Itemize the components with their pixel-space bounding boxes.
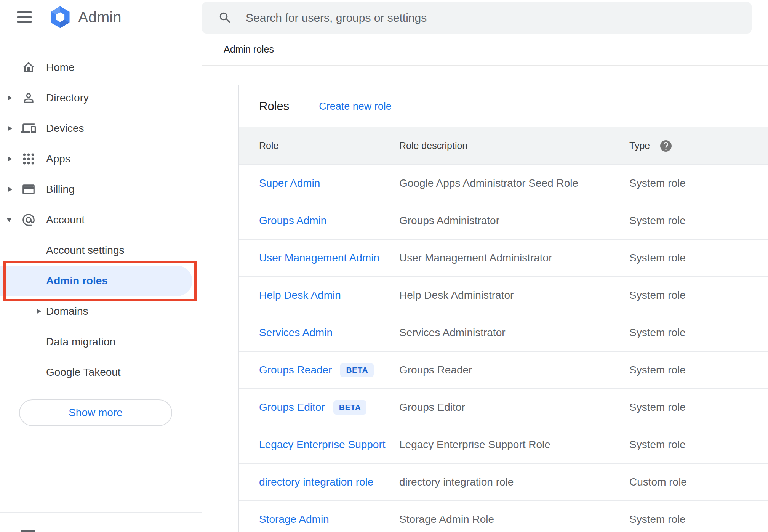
beta-badge: BETA [333,400,367,415]
role-description: Help Desk Administrator [399,289,629,301]
card-icon [21,182,36,197]
role-type: System role [629,513,768,526]
role-link[interactable]: Groups Editor [259,401,325,413]
role-cell: Help Desk Admin [259,289,399,301]
role-cell: directory integration role [259,476,399,488]
beta-badge: BETA [340,363,374,377]
role-type: System role [629,439,768,451]
sidebar-item-domains[interactable]: Domains [0,296,202,327]
apps-icon [21,152,36,166]
sidebar-item-admin-roles[interactable]: Admin roles [0,266,202,296]
role-link[interactable]: Help Desk Admin [259,289,341,301]
create-new-role-link[interactable]: Create new role [319,101,392,112]
role-link[interactable]: Super Admin [259,177,320,189]
roles-card: Roles Create new role Role Role descript… [238,85,768,532]
column-header-type: Type [629,140,650,151]
main-content: Search for users, groups or settings Adm… [202,0,768,532]
breadcrumb-bar: Admin roles [202,34,768,66]
expand-arrow-icon [8,187,12,192]
sidebar-nav: Home Directory Devices Apps [0,52,202,388]
role-description: Groups Editor [399,401,629,413]
role-link[interactable]: Legacy Enterprise Support [259,439,386,451]
role-cell: Groups Admin [259,215,399,227]
page-title: Roles [259,99,289,113]
role-description: Services Administrator [399,327,629,339]
sidebar-item-home[interactable]: Home [0,52,202,83]
expand-arrow-icon [8,156,12,162]
table-row: Groups AdminGroups AdministratorSystem r… [239,202,768,239]
sidebar-item-billing[interactable]: Billing [0,174,202,205]
sidebar: Admin Home Directory Devices [0,0,202,532]
table-row: User Management AdminUser Management Adm… [239,239,768,276]
role-cell: Legacy Enterprise Support [259,439,399,451]
table-row: Groups ReaderBETAGroups ReaderSystem rol… [239,351,768,388]
help-icon[interactable] [659,139,673,153]
role-type: Custom role [629,476,768,488]
role-type: System role [629,252,768,264]
sidebar-item-directory[interactable]: Directory [0,83,202,113]
role-link[interactable]: Storage Admin [259,513,329,526]
app-name: Admin [78,9,121,26]
home-icon [21,60,36,75]
sidebar-item-apps[interactable]: Apps [0,144,202,174]
roles-card-header: Roles Create new role [239,85,768,127]
sidebar-item-account-settings[interactable]: Account settings [0,235,202,266]
expand-arrow-icon [8,126,12,131]
at-icon [21,213,36,227]
table-row: Super AdminGoogle Apps Administrator See… [239,164,768,202]
collapse-arrow-icon [6,218,12,222]
sidebar-header: Admin [0,0,202,34]
hamburger-menu-icon[interactable] [17,11,32,23]
role-type: System role [629,327,768,339]
role-link[interactable]: Groups Reader [259,364,332,376]
admin-hexagon-icon [48,5,72,29]
role-description: Groups Reader [399,364,629,376]
table-body: Super AdminGoogle Apps Administrator See… [239,164,768,532]
role-type: System role [629,289,768,301]
search-placeholder: Search for users, groups or settings [246,11,427,24]
table-header-row: Role Role description Type [239,127,768,164]
role-link[interactable]: Groups Admin [259,215,326,227]
expand-arrow-icon [8,95,12,101]
role-description: Google Apps Administrator Seed Role [399,177,629,189]
person-icon [21,91,36,105]
role-type: System role [629,177,768,189]
column-header-role: Role [259,140,399,151]
role-cell: User Management Admin [259,252,399,264]
cutoff-bottom-icon [21,530,35,532]
role-link[interactable]: User Management Admin [259,252,379,264]
role-cell: Groups ReaderBETA [259,363,399,377]
breadcrumb: Admin roles [224,44,274,55]
role-cell: Services Admin [259,327,399,339]
sidebar-item-account[interactable]: Account [0,205,202,235]
role-cell: Groups EditorBETA [259,400,399,415]
column-header-description: Role description [399,140,629,151]
role-description: Storage Admin Role [399,513,629,526]
role-cell: Storage Admin [259,513,399,526]
sidebar-item-data-migration[interactable]: Data migration [0,327,202,357]
role-description: directory integration role [399,476,629,488]
role-link[interactable]: Services Admin [259,327,333,339]
role-description: Groups Administrator [399,215,629,227]
role-cell: Super Admin [259,177,399,189]
admin-logo[interactable]: Admin [48,5,121,29]
search-input[interactable]: Search for users, groups or settings [202,2,752,34]
role-description: User Management Administrator [399,252,629,264]
role-type: System role [629,215,768,227]
sidebar-item-google-takeout[interactable]: Google Takeout [0,357,202,388]
sidebar-item-devices[interactable]: Devices [0,113,202,144]
table-row: Groups EditorBETAGroups EditorSystem rol… [239,388,768,426]
expand-arrow-icon [37,309,41,314]
search-icon [218,11,232,25]
role-description: Legacy Enterprise Support Role [399,439,629,451]
show-more-button[interactable]: Show more [19,399,172,426]
table-row: Storage AdminStorage Admin RoleSystem ro… [239,500,768,532]
role-type: System role [629,401,768,413]
table-row: Help Desk AdminHelp Desk AdministratorSy… [239,276,768,314]
devices-icon [21,121,36,136]
table-row: Legacy Enterprise SupportLegacy Enterpri… [239,426,768,463]
role-link[interactable]: directory integration role [259,476,373,488]
table-row: Services AdminServices AdministratorSyst… [239,314,768,351]
sidebar-divider [0,512,202,513]
table-row: directory integration roledirectory inte… [239,463,768,500]
